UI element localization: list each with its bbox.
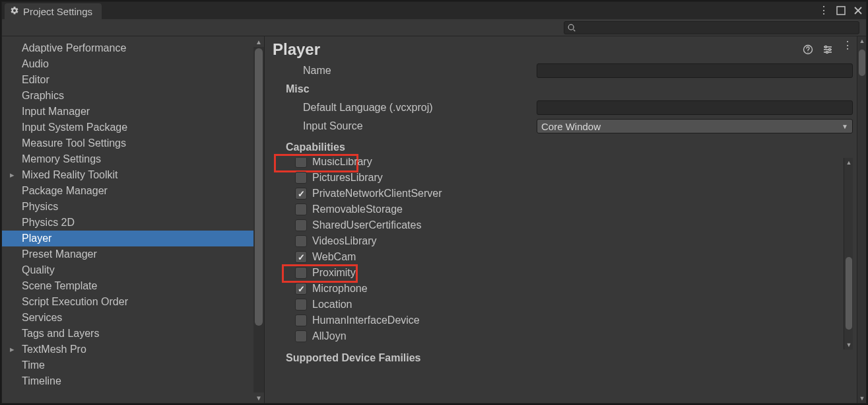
sidebar-item-script-execution-order[interactable]: Script Execution Order	[2, 294, 253, 310]
scroll-thumb[interactable]	[846, 257, 852, 330]
svg-point-12	[826, 52, 828, 54]
scroll-thumb[interactable]	[255, 48, 263, 326]
sidebar-item-graphics[interactable]: Graphics	[2, 88, 253, 104]
capabilities-section-row: Capabilities	[273, 139, 853, 155]
scroll-down-icon[interactable]: ▼	[857, 394, 867, 403]
scroll-up-icon[interactable]: ▲	[253, 36, 264, 47]
preset-icon[interactable]	[822, 44, 833, 55]
capability-label: Location	[312, 299, 352, 311]
tab-title: Project Settings	[23, 6, 92, 17]
help-icon[interactable]	[803, 44, 813, 55]
sidebar-item-input-system-package[interactable]: Input System Package	[2, 120, 253, 135]
kebab-menu-icon[interactable]: ⋮	[842, 44, 853, 55]
scroll-up-icon[interactable]: ▲	[844, 158, 853, 167]
maximize-icon[interactable]	[836, 5, 846, 16]
capability-checkbox[interactable]	[295, 299, 307, 311]
svg-point-10	[825, 46, 827, 48]
sidebar-item-editor[interactable]: Editor	[2, 72, 253, 88]
name-row: Name	[273, 63, 853, 79]
default-language-label: Default Language (.vcxproj)	[273, 102, 537, 114]
name-input[interactable]	[537, 63, 853, 78]
capability-label: RemovableStorage	[312, 203, 403, 215]
capability-checkbox[interactable]: ✓	[295, 251, 307, 263]
sidebar-item-preset-manager[interactable]: Preset Manager	[2, 246, 253, 262]
capability-checkbox[interactable]	[295, 158, 307, 168]
capability-checkbox[interactable]	[295, 330, 307, 342]
capability-row-removablestorage: RemovableStorage	[295, 202, 841, 217]
main-panel: Player ⋮ Name M	[265, 36, 866, 403]
dropdown-value: Core Window	[541, 121, 601, 132]
capability-checkbox[interactable]	[295, 267, 307, 279]
capability-checkbox[interactable]: ✓	[295, 188, 307, 200]
sidebar-item-quality[interactable]: Quality	[2, 262, 253, 278]
sidebar-item-services[interactable]: Services	[2, 310, 253, 326]
main-scrollbar[interactable]: ▲ ▼	[857, 36, 866, 403]
capability-row-videoslibrary: VideosLibrary	[295, 233, 841, 249]
sidebar-item-audio[interactable]: Audio	[2, 56, 253, 72]
sidebar-item-label: Adaptive Performance	[22, 42, 126, 54]
main-content: Player ⋮ Name M	[265, 36, 857, 403]
capability-row-microphone: ✓ Microphone	[295, 281, 841, 297]
section-label-misc: Misc	[273, 83, 537, 95]
svg-point-3	[568, 24, 574, 30]
tab-bar: Project Settings ⋮	[2, 2, 866, 19]
sidebar-item-label: Package Manager	[22, 185, 108, 196]
sidebar-item-label: Input Manager	[22, 106, 90, 117]
chevron-down-icon: ▼	[842, 123, 848, 130]
sidebar-item-textmesh-pro[interactable]: TextMesh Pro	[2, 342, 253, 357]
gear-icon	[10, 6, 19, 17]
input-source-row: Input Source Core Window ▼	[273, 118, 853, 134]
capability-checkbox[interactable]	[295, 172, 307, 184]
capability-label: MusicLibrary	[312, 158, 372, 168]
sidebar-item-physics[interactable]: Physics	[2, 199, 253, 215]
header-icons: ⋮	[803, 44, 853, 55]
sidebar-item-memory-settings[interactable]: Memory Settings	[2, 151, 253, 167]
capability-label: VideosLibrary	[312, 235, 377, 247]
sidebar-item-label: Preset Manager	[22, 248, 97, 260]
settings-sidebar: Adaptive Performance Audio Editor Graphi…	[2, 36, 253, 403]
sidebar-scrollbar[interactable]: ▲ ▼	[253, 36, 264, 403]
search-input[interactable]	[564, 21, 859, 34]
capability-checkbox[interactable]	[295, 203, 307, 215]
default-language-input[interactable]	[537, 100, 853, 115]
capabilities-list: MusicLibrary PicturesLibrary ✓ PrivateNe…	[286, 158, 844, 350]
scroll-thumb[interactable]	[859, 50, 865, 76]
capability-checkbox[interactable]	[295, 235, 307, 247]
sidebar-item-input-manager[interactable]: Input Manager	[2, 104, 253, 120]
sidebar-item-timeline[interactable]: Timeline	[2, 373, 253, 389]
input-source-dropdown[interactable]: Core Window ▼	[537, 119, 853, 133]
close-icon[interactable]	[853, 5, 863, 16]
capability-checkbox[interactable]: ✓	[295, 283, 307, 295]
sidebar-item-label: Measure Tool Settings	[22, 137, 126, 149]
sidebar-item-measure-tool-settings[interactable]: Measure Tool Settings	[2, 135, 253, 151]
capability-row-pictureslibrary: PicturesLibrary	[295, 170, 841, 186]
tab-project-settings[interactable]: Project Settings	[5, 3, 102, 19]
capability-checkbox[interactable]	[295, 314, 307, 326]
sidebar-item-label: Player	[22, 233, 51, 244]
sidebar-item-scene-template[interactable]: Scene Template	[2, 278, 253, 294]
capabilities-scrollbar[interactable]: ▲ ▼	[844, 158, 853, 350]
sidebar-item-label: Physics	[22, 201, 58, 212]
capability-row-alljoyn: AllJoyn	[295, 328, 841, 344]
name-label: Name	[273, 65, 537, 77]
misc-section-row: Misc	[273, 81, 853, 97]
capability-row-privatenetworkclientserver: ✓ PrivateNetworkClientServer	[295, 186, 841, 202]
sidebar-item-physics-2d[interactable]: Physics 2D	[2, 215, 253, 231]
sidebar-item-label: Audio	[22, 58, 49, 69]
capability-row-musiclibrary: MusicLibrary	[295, 158, 841, 170]
sidebar-item-player[interactable]: Player	[2, 231, 253, 246]
scroll-down-icon[interactable]: ▼	[253, 392, 264, 403]
scroll-down-icon[interactable]: ▼	[844, 340, 853, 350]
default-language-row: Default Language (.vcxproj)	[273, 100, 853, 116]
sidebar-item-tags-and-layers[interactable]: Tags and Layers	[2, 326, 253, 342]
section-label-capabilities: Capabilities	[273, 141, 537, 153]
kebab-menu-icon[interactable]: ⋮	[818, 5, 829, 16]
capability-checkbox[interactable]	[295, 219, 307, 231]
sidebar-item-time[interactable]: Time	[2, 357, 253, 373]
sidebar-item-mixed-reality-toolkit[interactable]: Mixed Reality Toolkit	[2, 167, 253, 183]
sidebar-item-package-manager[interactable]: Package Manager	[2, 183, 253, 199]
sidebar-item-adaptive-performance[interactable]: Adaptive Performance	[2, 40, 253, 56]
input-source-label: Input Source	[273, 120, 537, 132]
scroll-up-icon[interactable]: ▲	[857, 36, 867, 46]
sidebar-item-label: Physics 2D	[22, 217, 75, 228]
